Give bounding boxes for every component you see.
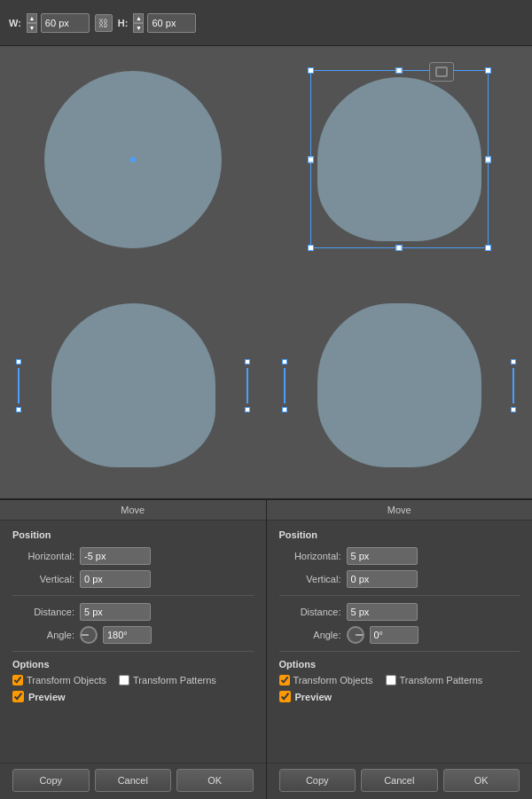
v-handle-left[interactable]	[16, 359, 21, 412]
panel-left: Move Position Horizontal: Vertical: Dist…	[0, 498, 266, 799]
height-stepper[interactable]: ▲ ▼	[133, 13, 144, 33]
horizontal-label-left: Horizontal:	[12, 551, 74, 561]
shape-cell-bottom-right	[266, 272, 532, 498]
horizontal-label-right: Horizontal:	[279, 551, 341, 561]
angle-row-right: Angle:	[279, 626, 520, 644]
distance-label-left: Distance:	[12, 607, 74, 617]
preview-row-left: Preview	[12, 691, 254, 702]
angle-dial-right[interactable]	[347, 626, 364, 644]
panel-right-body: Position Horizontal: Vertical: Distance:…	[267, 521, 533, 763]
width-down[interactable]: ▼	[27, 23, 37, 33]
height-down[interactable]: ▼	[133, 23, 144, 33]
handle-line	[18, 368, 20, 403]
transform-patterns-check-left[interactable]: Transform Patterns	[119, 675, 216, 685]
width-input-group: ▲ ▼	[27, 13, 90, 33]
ok-button-right[interactable]: OK	[443, 769, 520, 792]
panel-left-tab[interactable]: Move	[0, 500, 266, 521]
handle-tm[interactable]	[396, 67, 403, 74]
handle-tr[interactable]	[485, 67, 491, 74]
cancel-button-left[interactable]: Cancel	[95, 769, 172, 792]
transform-objects-label-left: Transform Objects	[27, 675, 106, 685]
context-icon	[429, 62, 454, 82]
position-title-right: Position	[279, 529, 520, 540]
transform-objects-checkbox-right[interactable]	[279, 675, 290, 685]
angle-label-left: Angle:	[12, 630, 74, 640]
divider2-right	[279, 651, 520, 652]
angle-dial-left[interactable]	[80, 626, 98, 644]
shape-circle[interactable]	[44, 71, 222, 248]
height-up[interactable]: ▲	[133, 13, 144, 23]
shape-squircle-selected[interactable]	[317, 77, 481, 241]
width-input[interactable]	[41, 13, 90, 33]
distance-row-right: Distance:	[279, 603, 520, 621]
transform-objects-checkbox-left[interactable]	[12, 675, 23, 685]
handle-dot-bottom-l	[282, 407, 287, 412]
copy-button-right[interactable]: Copy	[279, 769, 356, 792]
transform-patterns-label-right: Transform Patterns	[400, 675, 483, 685]
preview-row-right: Preview	[279, 691, 520, 702]
distance-input-right[interactable]	[347, 603, 418, 621]
width-up[interactable]: ▲	[27, 13, 37, 23]
transform-patterns-label-left: Transform Patterns	[133, 675, 216, 685]
v-handle-right[interactable]	[245, 359, 250, 412]
v-handle-right-br[interactable]	[511, 359, 516, 412]
handle-dot-top-r	[511, 359, 516, 364]
distance-input-left[interactable]	[80, 603, 151, 621]
svg-rect-1	[437, 68, 446, 75]
transform-patterns-check-right[interactable]: Transform Patterns	[386, 675, 483, 685]
handle-bm[interactable]	[396, 245, 403, 251]
handle-ml[interactable]	[308, 156, 314, 162]
handle-br[interactable]	[485, 245, 491, 251]
shape-cell-top-right	[266, 46, 532, 272]
vertical-row-right: Vertical:	[279, 570, 520, 588]
button-row-left: Copy Cancel OK	[0, 763, 266, 799]
shape-squircle-bl[interactable]	[51, 303, 215, 467]
transform-patterns-checkbox-left[interactable]	[119, 675, 129, 685]
checkbox-row-left: Transform Objects Transform Patterns	[12, 675, 254, 685]
center-dot	[130, 157, 136, 162]
horizontal-row-left: Horizontal:	[12, 547, 254, 565]
position-title-left: Position	[12, 529, 254, 540]
horizontal-input-right[interactable]	[347, 547, 418, 565]
preview-checkbox-right[interactable]	[279, 691, 291, 702]
link-icon[interactable]: ⛓	[95, 14, 113, 32]
preview-label-left: Preview	[28, 692, 66, 702]
handle-dot-bottom2	[245, 407, 250, 412]
shape-squircle-br[interactable]	[317, 303, 481, 467]
vertical-input-left[interactable]	[80, 570, 151, 588]
panel-right: Move Position Horizontal: Vertical: Dist…	[266, 498, 533, 799]
panel-right-tab[interactable]: Move	[267, 500, 533, 521]
transform-objects-label-right: Transform Objects	[293, 675, 373, 685]
handle-bl[interactable]	[308, 245, 314, 251]
v-handle-left-br[interactable]	[282, 359, 287, 412]
transform-patterns-checkbox-right[interactable]	[386, 675, 396, 685]
handle-line-l	[284, 368, 286, 403]
handle-tl[interactable]	[308, 67, 314, 74]
handle-dot-bottom	[16, 407, 21, 412]
divider-right	[279, 595, 520, 596]
transform-objects-check-left[interactable]: Transform Objects	[12, 675, 106, 685]
copy-button-left[interactable]: Copy	[12, 769, 90, 792]
vertical-input-right[interactable]	[347, 570, 418, 588]
button-row-right: Copy Cancel OK	[267, 763, 533, 799]
angle-input-right[interactable]	[370, 626, 419, 644]
canvas-area	[0, 46, 532, 498]
preview-checkbox-left[interactable]	[12, 691, 24, 702]
handle-mr[interactable]	[485, 156, 491, 162]
cancel-button-right[interactable]: Cancel	[361, 769, 438, 792]
ok-button-left[interactable]: OK	[176, 769, 254, 792]
handle-dot-top	[16, 359, 21, 364]
handle-line-r	[512, 368, 514, 403]
width-label: W:	[9, 18, 21, 28]
divider2-left	[12, 651, 254, 652]
options-right: Options Transform Objects Transform Patt…	[279, 659, 520, 685]
height-input[interactable]	[147, 13, 196, 33]
preview-label-right: Preview	[295, 692, 332, 702]
toolbar: W: ▲ ▼ ⛓ H: ▲ ▼	[0, 0, 532, 46]
checkbox-row-right: Transform Objects Transform Patterns	[279, 675, 520, 685]
angle-input-left[interactable]	[103, 626, 152, 644]
handle-line2	[246, 368, 248, 403]
horizontal-input-left[interactable]	[80, 547, 151, 565]
transform-objects-check-right[interactable]: Transform Objects	[279, 675, 373, 685]
width-stepper[interactable]: ▲ ▼	[27, 13, 37, 33]
